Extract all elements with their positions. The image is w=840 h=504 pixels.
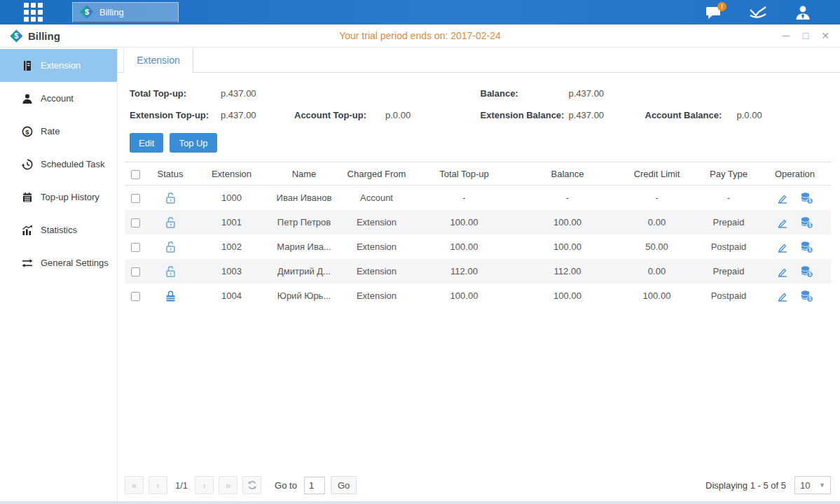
extension-cell: 1004 <box>195 290 268 301</box>
sidebar-item-statistics[interactable]: Statistics <box>0 214 117 246</box>
top-up-button[interactable]: Top Up <box>170 133 216 153</box>
sidebar-item-label: General Settings <box>41 258 109 268</box>
svg-text:$: $ <box>808 296 811 302</box>
total-topup-cell: 100.00 <box>413 241 515 252</box>
edit-row-icon[interactable] <box>776 241 789 253</box>
col-charged-from: Charged From <box>340 169 413 179</box>
pay-type-cell: Prepaid <box>694 217 764 227</box>
go-button[interactable]: Go <box>331 476 357 494</box>
name-cell: Петр Петров <box>268 217 340 227</box>
lock-open-icon <box>165 192 177 204</box>
page-indicator: 1/1 <box>175 480 188 491</box>
first-page-button[interactable]: « <box>125 476 144 494</box>
sidebar-item-label: Scheduled Task <box>41 159 105 169</box>
top-up-row-icon[interactable]: $ <box>800 216 813 229</box>
charged-from-cell: Extension <box>340 266 413 276</box>
reports-icon[interactable] <box>748 4 769 22</box>
minimize-button[interactable]: ─ <box>780 30 792 41</box>
prev-page-button[interactable]: ‹ <box>149 476 167 494</box>
next-page-button[interactable]: › <box>195 476 214 494</box>
edit-row-icon[interactable] <box>776 265 789 278</box>
total-topup-label: Total Top-up: <box>130 88 221 99</box>
lock-open-icon <box>165 241 177 253</box>
lock-open-icon <box>165 216 177 229</box>
messages-icon[interactable]: ! <box>703 4 724 22</box>
edit-row-icon[interactable] <box>776 216 789 229</box>
col-pay-type: Pay Type <box>694 169 764 179</box>
extension-cell: 1001 <box>195 217 268 227</box>
status-cell <box>146 216 195 229</box>
status-cell <box>146 192 195 204</box>
goto-label: Go to <box>275 480 297 491</box>
top-up-row-icon[interactable]: $ <box>800 241 813 253</box>
refresh-button[interactable] <box>242 476 261 494</box>
col-name: Name <box>268 169 340 179</box>
credit-limit-cell: 0.00 <box>620 266 694 276</box>
edit-row-icon[interactable] <box>776 290 789 302</box>
extension-topup-value: p.437.00 <box>221 110 294 120</box>
row-checkbox[interactable] <box>131 218 140 227</box>
maximize-button[interactable]: □ <box>799 30 812 41</box>
account-balance-label: Account Balance: <box>645 110 737 120</box>
close-button[interactable]: ✕ <box>819 30 832 41</box>
table-row: 1003 Дмитрий Д... Extension 112.00 112.0… <box>125 259 831 284</box>
svg-text:$: $ <box>808 223 811 228</box>
charged-from-cell: Account <box>340 192 413 203</box>
charged-from-cell: Extension <box>340 241 413 252</box>
extension-balance-label: Extension Balance: <box>481 110 569 120</box>
trial-notice: Your trial period ends on: 2017-02-24 <box>0 30 840 41</box>
window-titlebar: $ Billing Your trial period ends on: 201… <box>0 24 840 48</box>
top-up-row-icon[interactable]: $ <box>800 290 813 302</box>
edit-row-icon[interactable] <box>776 192 789 204</box>
extension-icon <box>22 60 33 71</box>
sidebar-item-rate[interactable]: $ Rate <box>0 115 117 148</box>
row-checkbox[interactable] <box>131 243 140 252</box>
top-up-row-icon[interactable]: $ <box>800 265 813 278</box>
balance-label: Balance: <box>481 88 569 99</box>
top-up-row-icon[interactable]: $ <box>800 192 813 204</box>
svg-text:$: $ <box>808 198 811 204</box>
pay-type-cell: Prepaid <box>694 266 764 276</box>
sidebar-item-extension[interactable]: Extension <box>0 49 117 82</box>
tab-extension[interactable]: Extension <box>123 48 193 73</box>
sidebar-item-label: Statistics <box>41 225 77 235</box>
sidebar-item-label: Account <box>41 93 74 104</box>
credit-limit-cell: 50.00 <box>620 241 694 252</box>
goto-page-input[interactable] <box>304 477 325 494</box>
taskbar-item-billing[interactable]: $ Billing <box>72 2 179 23</box>
account-icon <box>22 93 33 104</box>
svg-text:$: $ <box>25 127 29 135</box>
general-settings-icon <box>22 258 33 269</box>
svg-text:$: $ <box>808 272 811 277</box>
sidebar-item-account[interactable]: Account <box>0 82 117 115</box>
account-balance-value: p.0.00 <box>737 110 762 120</box>
taskbar-item-label: Billing <box>99 7 124 18</box>
row-checkbox[interactable] <box>131 194 140 203</box>
balance-value: p.437.00 <box>569 88 605 99</box>
total-topup-value: p.437.00 <box>221 88 256 99</box>
lock-closed-icon <box>165 290 177 302</box>
balance-cell: 100.00 <box>515 290 620 301</box>
apps-grid-icon[interactable] <box>24 3 43 22</box>
chevron-down-icon: ▼ <box>819 482 825 489</box>
col-extension: Extension <box>195 169 268 179</box>
col-total-topup: Total Top-up <box>413 169 515 179</box>
col-balance: Balance <box>515 169 620 179</box>
displaying-text: Displaying 1 - 5 of 5 <box>705 480 786 491</box>
last-page-button[interactable]: » <box>219 476 237 494</box>
select-all-checkbox[interactable] <box>131 170 140 179</box>
user-account-icon[interactable] <box>792 4 813 22</box>
sidebar: Extension Account $ Rate Scheduled Task <box>0 48 118 501</box>
row-checkbox[interactable] <box>131 292 140 301</box>
sidebar-item-general-settings[interactable]: General Settings <box>0 246 117 279</box>
sidebar-item-label: Rate <box>41 126 60 136</box>
edit-button[interactable]: Edit <box>130 133 163 153</box>
credit-limit-cell: 100.00 <box>620 290 694 301</box>
row-checkbox[interactable] <box>131 267 140 276</box>
name-cell: Дмитрий Д... <box>268 266 340 276</box>
sidebar-item-topup-history[interactable]: Top-up History <box>0 181 117 214</box>
rate-icon: $ <box>22 126 33 137</box>
page-size-select[interactable]: 10 ▼ <box>794 476 831 494</box>
sidebar-item-scheduled-task[interactable]: Scheduled Task <box>0 148 117 181</box>
svg-text:$: $ <box>85 8 89 16</box>
